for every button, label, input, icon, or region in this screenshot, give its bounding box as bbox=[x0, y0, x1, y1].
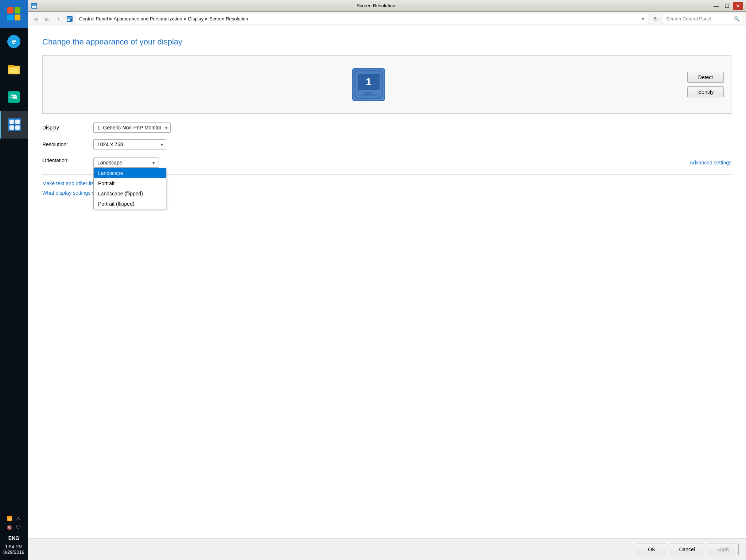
resolution-row: Resolution: 1024 × 768 bbox=[42, 139, 731, 149]
svg-rect-11 bbox=[15, 125, 20, 130]
window-icon bbox=[31, 2, 38, 9]
windows-logo-icon bbox=[7, 7, 20, 20]
file-explorer-icon bbox=[7, 62, 21, 77]
detect-button[interactable]: Detect bbox=[687, 72, 724, 83]
svg-rect-14 bbox=[32, 4, 36, 6]
clock-area[interactable]: 1:54 PM 8/29/2019 bbox=[3, 542, 24, 556]
orientation-option-portrait-flipped[interactable]: Portrait (flipped) bbox=[94, 199, 166, 209]
up-button[interactable]: ↑ bbox=[54, 14, 63, 24]
svg-rect-4 bbox=[9, 68, 18, 73]
cancel-button[interactable]: Cancel bbox=[670, 544, 704, 555]
resolution-select-wrapper: 1024 × 768 bbox=[93, 139, 166, 149]
breadcrumb-bar: Control Panel ▶ Appearance and Personali… bbox=[76, 14, 649, 24]
tray-row-1: 📶 ⚠ bbox=[6, 515, 22, 522]
breadcrumb-icon bbox=[66, 15, 74, 23]
orientation-select-display[interactable]: Landscape ▾ bbox=[93, 158, 159, 168]
form-section: Display: 1. Generic Non-PnP Monitor Reso… bbox=[42, 122, 731, 168]
taskbar-bottom: 📶 ⚠ 🔇 🛡 ENG 1:54 PM 8/29/2019 bbox=[0, 512, 28, 560]
store-icon: 🛍 bbox=[7, 90, 21, 104]
tray-row-2: 🔇 🛡 bbox=[6, 524, 22, 531]
display-select-wrapper: 1. Generic Non-PnP Monitor bbox=[93, 122, 171, 133]
ok-button[interactable]: OK bbox=[637, 544, 666, 555]
display-row: Display: 1. Generic Non-PnP Monitor bbox=[42, 122, 731, 133]
content-area: Change the appearance of your display bbox=[28, 26, 746, 538]
bottom-bar: OK Cancel Apply bbox=[28, 538, 746, 560]
apply-button[interactable]: Apply bbox=[708, 544, 739, 555]
clock-date: 8/29/2019 bbox=[3, 549, 24, 555]
breadcrumb-control-panel[interactable]: Control Panel bbox=[79, 16, 108, 22]
search-input[interactable] bbox=[666, 16, 732, 22]
orientation-selected-value: Landscape bbox=[97, 160, 123, 166]
resolution-select[interactable]: 1024 × 768 bbox=[93, 139, 166, 149]
taskbar-sidebar[interactable]: e 🛍 📶 ⚠ bbox=[0, 0, 28, 560]
page-title: Change the appearance of your display bbox=[42, 37, 731, 47]
breadcrumb-screen-resolution[interactable]: Screen Resolution bbox=[209, 16, 248, 22]
taskbar-app-explorer[interactable] bbox=[0, 55, 28, 83]
taskbar-app-store[interactable]: 🛍 bbox=[0, 83, 28, 111]
svg-text:e: e bbox=[12, 37, 16, 45]
breadcrumb-appearance[interactable]: Appearance and Personalization bbox=[114, 16, 182, 22]
address-bar: ◀ ▶ ↑ Control Panel ▶ Appearance and Per… bbox=[28, 12, 746, 26]
volume-mute-icon[interactable]: 🔇 bbox=[6, 524, 13, 531]
resolution-label: Resolution: bbox=[42, 141, 93, 147]
orientation-dropdown-arrow: ▾ bbox=[152, 160, 155, 166]
screen-resolution-window: Screen Resolution — ❐ ✕ ◀ ▶ ↑ Control P bbox=[28, 0, 746, 560]
svg-rect-9 bbox=[15, 120, 20, 124]
orientation-option-landscape-flipped[interactable]: Landscape (flipped) bbox=[94, 188, 166, 199]
refresh-button[interactable]: ↻ bbox=[651, 14, 661, 24]
svg-rect-10 bbox=[9, 125, 14, 130]
svg-rect-25 bbox=[365, 92, 372, 94]
advanced-settings-link[interactable]: Advanced settings bbox=[690, 160, 731, 166]
ie-icon: e bbox=[7, 34, 21, 49]
search-icon[interactable]: 🔍 bbox=[734, 16, 740, 22]
identify-button[interactable]: Identify bbox=[687, 86, 724, 97]
svg-rect-8 bbox=[9, 120, 14, 124]
warning-icon[interactable]: ⚠ bbox=[15, 515, 22, 522]
security-icon[interactable]: 🛡 bbox=[15, 524, 22, 531]
main-area: Screen Resolution — ❐ ✕ ◀ ▶ ↑ Control P bbox=[28, 0, 746, 560]
breadcrumb-dropdown-btn[interactable]: ▾ bbox=[640, 15, 646, 23]
svg-text:🛍: 🛍 bbox=[10, 93, 18, 101]
svg-rect-16 bbox=[67, 19, 70, 21]
svg-rect-3 bbox=[8, 65, 14, 67]
window-title: Screen Resolution bbox=[41, 3, 711, 8]
language-indicator[interactable]: ENG bbox=[8, 534, 19, 542]
taskbar-app-controlpanel[interactable] bbox=[0, 111, 28, 139]
orientation-option-landscape[interactable]: Landscape bbox=[94, 168, 166, 178]
display-label: Display: bbox=[42, 125, 93, 131]
back-button[interactable]: ◀ bbox=[31, 14, 40, 24]
breadcrumb-sep-1: ▶ bbox=[109, 16, 112, 21]
orientation-dropdown-menu: Landscape Portrait Landscape (flipped) P… bbox=[93, 168, 166, 209]
svg-text:1: 1 bbox=[366, 76, 372, 88]
monitor-icon: 1 bbox=[352, 68, 385, 101]
display-select[interactable]: 1. Generic Non-PnP Monitor bbox=[93, 122, 171, 133]
orientation-row: Orientation: Landscape ▾ Landscape Portr… bbox=[42, 156, 731, 168]
window-controls: — ❐ ✕ bbox=[711, 2, 743, 10]
forward-button[interactable]: ▶ bbox=[42, 14, 52, 24]
network-icon[interactable]: 📶 bbox=[6, 515, 13, 522]
start-button[interactable] bbox=[0, 0, 28, 28]
display-preview-box: 1 Detect Identify bbox=[42, 55, 731, 114]
minimize-button[interactable]: — bbox=[711, 2, 721, 10]
orientation-dropdown-wrapper: Landscape ▾ Landscape Portrait Landscape… bbox=[93, 158, 159, 168]
svg-rect-17 bbox=[67, 17, 72, 19]
monitor-icon-wrapper: 1 bbox=[352, 68, 385, 101]
svg-rect-26 bbox=[362, 94, 375, 96]
restore-button[interactable]: ❐ bbox=[722, 2, 732, 10]
close-button[interactable]: ✕ bbox=[733, 2, 743, 10]
detect-identify-buttons: Detect Identify bbox=[687, 72, 724, 97]
svg-rect-13 bbox=[32, 5, 36, 8]
title-bar: Screen Resolution — ❐ ✕ bbox=[28, 0, 746, 12]
breadcrumb-display[interactable]: Display bbox=[188, 16, 204, 22]
orientation-option-portrait[interactable]: Portrait bbox=[94, 178, 166, 188]
monitor-svg: 1 bbox=[354, 70, 383, 99]
orientation-label: Orientation: bbox=[42, 158, 93, 163]
control-panel-icon bbox=[7, 117, 22, 132]
system-tray[interactable]: 📶 ⚠ 🔇 🛡 bbox=[6, 512, 22, 534]
monitor-preview: 1 bbox=[50, 68, 687, 101]
breadcrumb-sep-3: ▶ bbox=[205, 16, 208, 21]
breadcrumb-sep-2: ▶ bbox=[184, 16, 187, 21]
taskbar-app-ie[interactable]: e bbox=[0, 28, 28, 55]
clock-time: 1:54 PM bbox=[3, 544, 24, 549]
search-box[interactable]: 🔍 bbox=[663, 14, 743, 24]
